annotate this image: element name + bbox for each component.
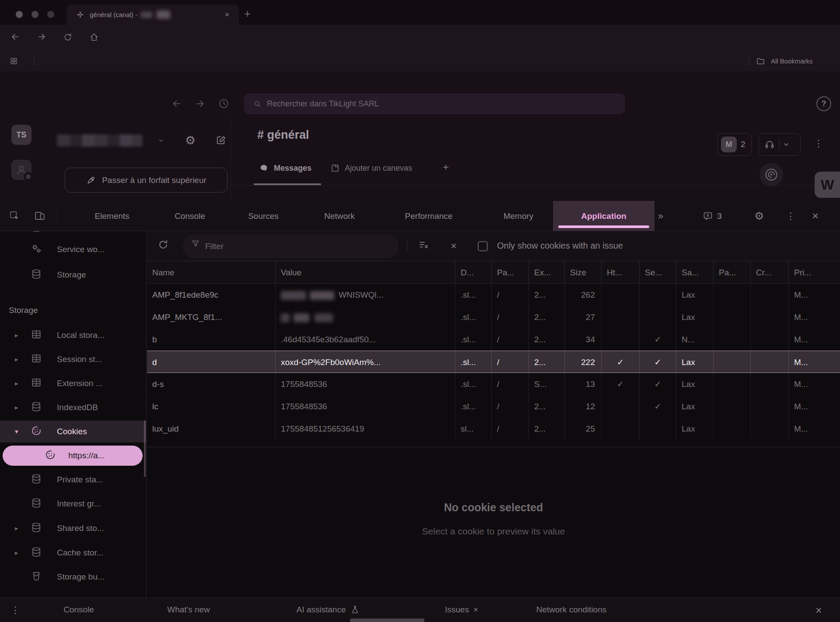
cookie-cell[interactable]: lc — [147, 395, 276, 418]
disclosure-right-icon[interactable]: ▸ — [15, 549, 23, 557]
cookie-cell[interactable]: 175584851256536419 — [276, 418, 455, 440]
cookie-cell[interactable]: Lax — [676, 373, 714, 395]
workspace-settings-gear-icon[interactable]: ⚙ — [185, 134, 196, 148]
cookie-cell[interactable]: 2... — [529, 351, 565, 373]
sidebar-item-https-a[interactable]: https://a... — [3, 446, 143, 466]
cookie-cell[interactable] — [751, 328, 789, 351]
cookie-cell[interactable]: ✓ — [640, 351, 676, 373]
sidebar-item-manifest[interactable]: Manifest — [0, 231, 146, 239]
cookie-cell[interactable] — [751, 306, 789, 328]
compose-icon[interactable] — [215, 135, 226, 146]
cookie-cell[interactable] — [602, 418, 640, 440]
cookie-cell[interactable]: Lax — [676, 306, 714, 328]
cookie-cell[interactable]: WNISWQl... — [276, 284, 455, 306]
cookie-cell[interactable] — [602, 306, 640, 328]
refresh-icon[interactable] — [158, 239, 169, 250]
browser-forward-button[interactable] — [37, 32, 46, 42]
cookie-cell[interactable]: / — [492, 328, 529, 351]
column-header-ht[interactable]: Ht... — [602, 261, 640, 284]
drawer-tab-ai-assistance[interactable]: AI assistance — [297, 597, 360, 622]
workspace-avatar[interactable]: TS — [11, 125, 32, 145]
column-header-size[interactable]: Size — [565, 261, 602, 284]
cookie-row-lux-uid[interactable]: lux_uid175584851256536419sl.../2...25Lax… — [147, 418, 840, 440]
cookie-cell[interactable]: sl... — [455, 418, 492, 440]
cookie-cell[interactable]: M... — [789, 395, 840, 418]
cookie-cell[interactable]: M... — [789, 328, 840, 351]
cookie-row-lc[interactable]: lc1755848536.sl.../2...12✓LaxM... — [147, 395, 840, 418]
drawer-close-button[interactable]: × — [816, 598, 822, 622]
cookie-cell[interactable]: d — [147, 351, 276, 373]
cookie-cell[interactable]: ✓ — [602, 373, 640, 395]
cookie-cell[interactable] — [714, 418, 751, 440]
cookie-cell[interactable] — [714, 284, 751, 306]
column-header-value[interactable]: Value — [276, 261, 455, 284]
traffic-light-minimize[interactable] — [32, 11, 38, 18]
devtools-tab-elements[interactable]: Elements — [79, 201, 145, 231]
cookie-cell[interactable]: 2... — [529, 306, 565, 328]
assistant-widget-icon[interactable] — [760, 163, 783, 186]
cookie-cell[interactable]: .sl... — [455, 395, 492, 418]
cookie-cell[interactable]: 12 — [565, 395, 602, 418]
cookie-cell[interactable]: / — [492, 418, 529, 440]
cookie-row-d-s[interactable]: d-s1755848536.sl.../S...13✓✓LaxM... — [147, 373, 840, 395]
cookie-filter-input[interactable] — [182, 235, 399, 258]
devtools-tab-performance[interactable]: Performance — [387, 201, 470, 231]
cookie-cell[interactable]: .46d45345e3b62aadf50... — [276, 328, 455, 351]
chevron-down-icon[interactable] — [782, 141, 790, 148]
traffic-light-close[interactable] — [16, 11, 23, 18]
upgrade-plan-button[interactable]: Passer à un forfait supérieur — [65, 168, 228, 193]
user-avatar[interactable] — [11, 160, 32, 180]
cookie-cell[interactable]: .sl... — [455, 328, 492, 351]
help-button[interactable]: ? — [816, 96, 831, 111]
cookie-row-amp-8f1ede8e9c[interactable]: AMP_8f1ede8e9cWNISWQl....sl.../2...262La… — [147, 284, 840, 306]
cookie-cell[interactable]: M... — [789, 306, 840, 328]
cookie-cell[interactable]: 13 — [565, 373, 602, 395]
apps-grid-icon[interactable] — [10, 57, 18, 65]
cookie-cell[interactable] — [276, 306, 455, 328]
cookie-cell[interactable]: .sl... — [455, 306, 492, 328]
channel-title[interactable]: # général — [257, 128, 309, 142]
cookie-cell[interactable]: b — [147, 328, 276, 351]
clear-all-icon[interactable] — [418, 239, 430, 250]
cookie-cell[interactable] — [751, 373, 789, 395]
column-header-pa[interactable]: Pa... — [492, 261, 529, 284]
home-button[interactable] — [89, 32, 99, 42]
drawer-tab-what-s-new[interactable]: What's new — [167, 597, 210, 622]
drawer-tab-issues[interactable]: Issues× — [445, 597, 478, 622]
add-tab-button[interactable]: + — [443, 161, 449, 173]
cookie-cell[interactable]: 27 — [565, 306, 602, 328]
cookie-cell[interactable] — [751, 395, 789, 418]
cookie-cell[interactable]: M... — [789, 418, 840, 440]
cookie-cell[interactable]: AMP_8f1ede8e9c — [147, 284, 276, 306]
drawer-menu-kebab-icon[interactable]: ⋮ — [10, 604, 20, 616]
column-header-name[interactable]: Name — [147, 261, 276, 284]
cookie-cell[interactable]: 1755848536 — [276, 373, 455, 395]
cookie-cell[interactable]: / — [492, 284, 529, 306]
cookie-cell[interactable] — [714, 351, 751, 373]
cookie-cell[interactable]: xoxd-GP%2Fb0oWiAm%... — [276, 351, 455, 373]
cookie-cell[interactable]: .sl... — [455, 284, 492, 306]
cookie-cell[interactable] — [640, 306, 676, 328]
disclosure-down-icon[interactable]: ▾ — [15, 428, 23, 436]
cookie-cell[interactable]: M... — [789, 373, 840, 395]
cookie-cell[interactable] — [640, 284, 676, 306]
column-header-pa[interactable]: Pa... — [714, 261, 751, 284]
chevron-down-icon[interactable] — [158, 137, 164, 144]
tab-messages[interactable]: Messages — [259, 163, 312, 173]
cookie-cell[interactable] — [751, 284, 789, 306]
cookie-cell[interactable] — [602, 328, 640, 351]
cookie-cell[interactable] — [640, 418, 676, 440]
column-header-ex[interactable]: Ex... — [529, 261, 565, 284]
cookie-cell[interactable]: 1755848536 — [276, 395, 455, 418]
cookie-cell[interactable] — [714, 306, 751, 328]
cookie-cell[interactable]: .sl... — [455, 351, 492, 373]
w-widget-badge[interactable]: W — [815, 172, 840, 198]
cookie-cell[interactable]: / — [492, 373, 529, 395]
cookie-cell[interactable]: M... — [789, 284, 840, 306]
new-tab-button[interactable]: + — [244, 7, 251, 21]
column-header-pri[interactable]: Pri... — [789, 261, 840, 284]
cookie-cell[interactable]: 2... — [529, 395, 565, 418]
cookie-row-d[interactable]: dxoxd-GP%2Fb0oWiAm%....sl.../2...222✓✓La… — [147, 351, 840, 373]
devtools-tab-console[interactable]: Console — [161, 201, 218, 231]
cookie-cell[interactable]: / — [492, 395, 529, 418]
